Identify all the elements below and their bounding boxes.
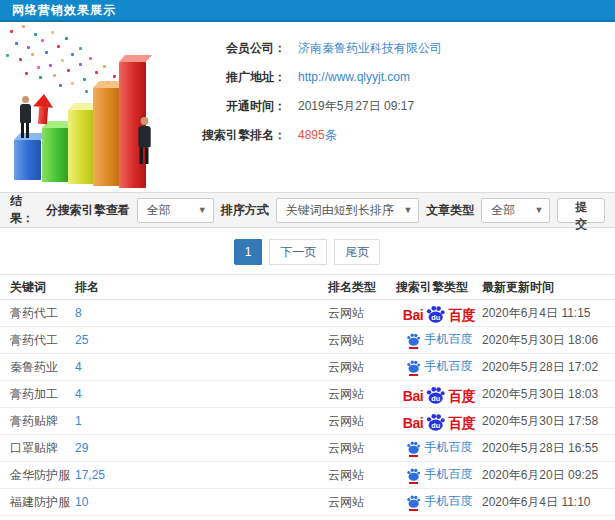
table-row: 秦鲁药业 4 云网站 Bai du 百度 [0, 354, 615, 381]
col-header-engine-type: 搜索引擎类型 [396, 275, 482, 300]
rank-type-cell: 云网站 [328, 300, 396, 327]
engine-type-cell: Bai du 百度 [396, 462, 482, 489]
engine-type-cell: Bai du 百度 [396, 300, 482, 327]
rank-type-cell: 云网站 [328, 408, 396, 435]
rank-link[interactable]: 4 [75, 387, 82, 401]
filter-bar: 结果： 分搜索引擎查看 全部 ▼ 排序方式 关键词由短到长排序 ▼ 文章类型 全… [0, 192, 615, 228]
baidu-paw-icon: du [425, 412, 446, 431]
businessman-left-figure [17, 96, 33, 138]
rank-link[interactable]: 17,25 [75, 468, 105, 482]
updated-time-cell [482, 516, 615, 520]
mobile-baidu-underline [409, 482, 418, 484]
mobile-baidu-underline [409, 374, 418, 376]
updated-time-cell: 2020年6月20日 09:25 [482, 462, 615, 489]
opened-time-value: 2019年5月27日 09:17 [298, 98, 414, 115]
confetti-decoration [0, 22, 3, 25]
sort-filter-value: 关键词由短到长排序 [286, 202, 394, 219]
article-type-value: 全部 [491, 202, 515, 219]
rank-link[interactable]: 29 [75, 441, 88, 455]
baidu-logo: Bai du 百度 [403, 385, 475, 403]
engine-type-cell: Bai du 百度 [396, 327, 482, 354]
engine-type-cell: Bai du 百度 [396, 435, 482, 462]
company-info-section: 会员公司： 济南秦鲁药业科技有限公司 推广地址： http://www.qlyy… [0, 22, 615, 192]
engine-type-cell: Bai du 百度 [396, 381, 482, 408]
table-row: 福建防护服 10 云网站 Bai du 百度 [0, 489, 615, 516]
results-table: 关键词 排名 排名类型 搜索引擎类型 最新更新时间 膏药代工 8 云网站 Bai… [0, 274, 615, 520]
chevron-down-icon: ▼ [403, 205, 412, 215]
marketing-chart-illustration [0, 22, 182, 190]
keyword-cell: 秦鲁药业 [0, 354, 75, 381]
article-type-select[interactable]: 全部 ▼ [481, 198, 550, 223]
engine-rank-value: 4895条 [298, 127, 337, 144]
col-header-updated: 最新更新时间 [482, 275, 615, 300]
rank-type-cell: 云网站 [328, 327, 396, 354]
rank-link[interactable]: 4 [75, 360, 82, 374]
svg-text:du: du [431, 393, 440, 402]
keyword-cell: 福建防护服 [0, 489, 75, 516]
sort-filter-select[interactable]: 关键词由短到长排序 ▼ [276, 198, 420, 223]
engine-type-cell: Bai du 百度 [396, 408, 482, 435]
col-header-keyword: 关键词 [0, 275, 75, 300]
sort-filter-label: 排序方式 [221, 202, 269, 219]
svg-text:du: du [431, 420, 440, 429]
keyword-cell: 金华防护服 [0, 462, 75, 489]
mobile-baidu-logo: 手机百度 [406, 439, 473, 456]
bar-orange [93, 88, 120, 186]
rank-type-cell: 云网站 [328, 435, 396, 462]
rank-cell: 4 [75, 381, 328, 408]
growth-arrow-icon [32, 93, 54, 124]
results-table-body: 膏药代工 8 云网站 Bai du 百度 [0, 300, 615, 520]
engine-rank-label: 搜索引擎排名： [186, 127, 286, 144]
rank-type-cell [328, 516, 396, 520]
mobile-baidu-label: 手机百度 [425, 493, 473, 510]
rank-type-cell: 云网站 [328, 381, 396, 408]
keyword-cell: 膏药代工 [0, 300, 75, 327]
mobile-baidu-logo: 手机百度 [406, 358, 473, 375]
rank-link[interactable]: 1 [75, 414, 82, 428]
rank-type-cell: 云网站 [328, 489, 396, 516]
submit-button[interactable]: 提交 [557, 198, 605, 223]
company-label: 会员公司： [186, 40, 286, 57]
bar-yellow [68, 110, 95, 184]
info-row-company: 会员公司： 济南秦鲁药业科技有限公司 [186, 39, 442, 57]
table-row: 膏药贴牌 1 云网站 Bai du 百度 [0, 408, 615, 435]
mobile-baidu-label: 手机百度 [425, 331, 473, 348]
mobile-baidu-label: 手机百度 [425, 466, 473, 483]
mobile-baidu-label: 手机百度 [425, 439, 473, 456]
engine-type-cell: Bai du 百度 [396, 516, 482, 520]
keyword-cell [0, 516, 75, 520]
mobile-baidu-paw-icon [406, 440, 421, 454]
promo-url-link[interactable]: http://www.qlyyjt.com [298, 70, 410, 84]
info-row-opened: 开通时间： 2019年5月27日 09:17 [186, 97, 442, 115]
mobile-baidu-logo: 手机百度 [406, 331, 473, 348]
table-row: 膏药加工 4 云网站 Bai du 百度 [0, 381, 615, 408]
updated-time-cell: 2020年5月30日 18:06 [482, 327, 615, 354]
rank-cell: 8 [75, 300, 328, 327]
last-page-button[interactable]: 尾页 [334, 239, 380, 265]
updated-time-cell: 2020年5月30日 18:03 [482, 381, 615, 408]
engine-type-cell: Bai du 百度 [396, 354, 482, 381]
table-row: 膏药代工 25 云网站 Bai du 百度 [0, 327, 615, 354]
svg-text:du: du [431, 312, 440, 321]
mobile-baidu-underline [409, 509, 418, 511]
rank-type-cell: 云网站 [328, 354, 396, 381]
baidu-paw-icon: du [425, 385, 446, 404]
company-link[interactable]: 济南秦鲁药业科技有限公司 [298, 40, 442, 57]
next-page-button[interactable]: 下一页 [269, 239, 327, 265]
rank-cell: 1 [75, 408, 328, 435]
rank-cell: 25 [75, 327, 328, 354]
chevron-down-icon: ▼ [198, 205, 207, 215]
page-1-button[interactable]: 1 [234, 239, 263, 265]
baidu-logo: Bai du 百度 [403, 412, 475, 430]
rank-link[interactable]: 10 [75, 495, 88, 509]
rank-cell: 29 [75, 435, 328, 462]
mobile-baidu-paw-icon [406, 494, 421, 508]
rank-link[interactable]: 8 [75, 306, 82, 320]
engine-filter-select[interactable]: 全部 ▼ [137, 198, 214, 223]
baidu-logo: Bai du 百度 [403, 304, 475, 322]
table-row: Bai du 百度 [0, 516, 615, 520]
title-bar: 网络营销效果展示 [0, 0, 615, 22]
rank-link[interactable]: 25 [75, 333, 88, 347]
pagination: 1 下一页 尾页 [0, 239, 615, 265]
mobile-baidu-paw-icon [406, 359, 421, 373]
